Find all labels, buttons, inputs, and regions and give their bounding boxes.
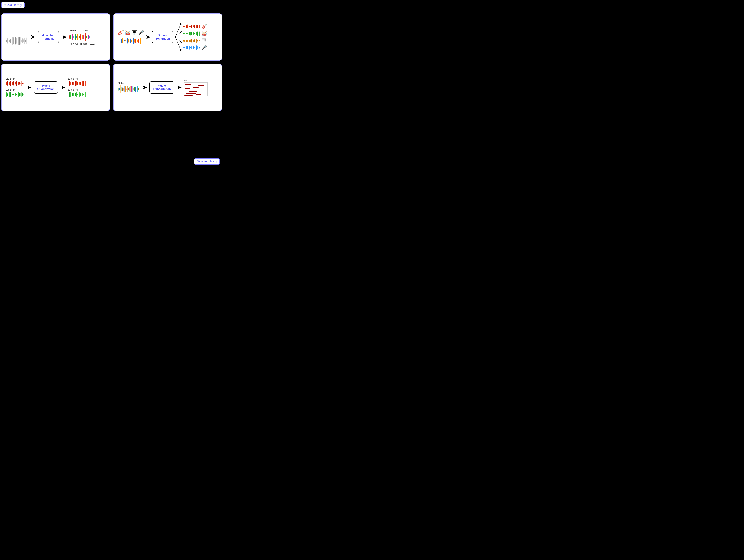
svg-rect-207 — [11, 93, 11, 96]
svg-rect-187 — [14, 81, 14, 85]
mir-input-waveform: /* generated below */ — [5, 28, 27, 46]
svg-rect-198 — [22, 83, 23, 84]
svg-rect-222 — [22, 93, 23, 96]
svg-rect-61 — [124, 38, 124, 43]
svg-rect-172 — [197, 46, 197, 49]
svg-rect-260 — [77, 94, 77, 96]
svg-rect-225 — [69, 81, 69, 86]
ss-box: SourceSeparation — [152, 31, 174, 43]
svg-rect-62 — [124, 40, 125, 41]
svg-rect-209 — [12, 94, 13, 96]
svg-rect-27 — [26, 37, 27, 44]
svg-rect-53 — [88, 36, 89, 39]
svg-rect-104 — [195, 26, 196, 28]
svg-rect-78 — [137, 39, 137, 42]
svg-rect-199 — [23, 83, 24, 84]
svg-rect-143 — [192, 40, 192, 42]
svg-rect-159 — [187, 46, 188, 49]
mq-bpm2-label: 125 BPM — [5, 88, 24, 91]
svg-rect-245 — [84, 82, 84, 84]
svg-rect-287 — [129, 87, 129, 91]
svg-rect-42 — [80, 34, 80, 40]
svg-rect-158 — [186, 46, 187, 49]
svg-rect-148 — [195, 39, 196, 42]
svg-rect-253 — [72, 92, 72, 97]
svg-rect-134 — [185, 40, 185, 42]
svg-rect-239 — [79, 82, 80, 84]
svg-rect-216 — [17, 92, 18, 97]
svg-rect-271 — [85, 92, 86, 97]
svg-rect-156 — [185, 46, 185, 50]
svg-rect-206 — [10, 91, 10, 97]
svg-rect-75 — [134, 39, 135, 42]
svg-rect-124 — [194, 33, 194, 34]
svg-rect-28 — [69, 36, 70, 38]
svg-rect-164 — [191, 46, 191, 49]
svg-rect-91 — [186, 26, 186, 27]
svg-rect-290 — [131, 86, 132, 92]
svg-rect-161 — [189, 46, 189, 50]
svg-rect-205 — [9, 92, 10, 97]
svg-rect-56 — [120, 39, 120, 42]
svg-rect-147 — [195, 39, 195, 43]
arrow-mt-1: ➤ — [142, 84, 147, 91]
svg-rect-185 — [12, 82, 13, 85]
svg-rect-47 — [84, 33, 84, 41]
svg-rect-20 — [21, 38, 21, 43]
svg-rect-268 — [83, 94, 83, 95]
svg-rect-90 — [185, 26, 185, 28]
svg-line-85 — [175, 32, 181, 37]
svg-rect-266 — [81, 94, 82, 96]
svg-rect-154 — [183, 47, 184, 48]
svg-rect-299 — [138, 88, 139, 90]
mq-input-1: 112 BPM — [5, 77, 24, 86]
svg-rect-217 — [18, 92, 19, 97]
svg-rect-183 — [11, 82, 11, 85]
svg-rect-251 — [70, 91, 71, 98]
svg-rect-192 — [17, 81, 18, 85]
svg-rect-220 — [21, 94, 21, 96]
svg-rect-213 — [15, 93, 16, 96]
svg-rect-4 — [8, 39, 9, 43]
svg-rect-63 — [125, 40, 126, 41]
svg-rect-72 — [132, 40, 133, 42]
svg-rect-204 — [8, 93, 9, 96]
svg-rect-32 — [72, 34, 73, 40]
svg-rect-246 — [84, 81, 85, 85]
svg-rect-201 — [6, 92, 7, 97]
svg-rect-23 — [23, 39, 24, 42]
svg-rect-9 — [12, 37, 13, 45]
mq-inputs: 112 BPM 125 BPM — [5, 77, 24, 98]
svg-rect-99 — [192, 26, 192, 27]
ss-branch-arrows — [175, 20, 180, 54]
svg-rect-106 — [197, 25, 197, 28]
svg-rect-34 — [74, 35, 74, 40]
svg-rect-270 — [84, 92, 85, 96]
svg-rect-168 — [194, 47, 194, 48]
arrow-mq-2: ➤ — [61, 84, 65, 91]
svg-rect-142 — [191, 39, 191, 42]
panel-ss: 🎸 🥁 🎹 🎤 ➤ SourceSeparation — [113, 13, 222, 61]
svg-rect-211 — [14, 94, 14, 96]
svg-rect-236 — [77, 82, 77, 85]
svg-rect-259 — [76, 92, 77, 97]
svg-rect-80 — [138, 39, 139, 42]
svg-rect-1 — [6, 40, 7, 42]
ss-content: 🎸 🥁 🎹 🎤 ➤ SourceSeparation — [118, 20, 218, 54]
svg-rect-163 — [190, 47, 191, 48]
svg-rect-24 — [24, 37, 24, 45]
svg-rect-278 — [122, 87, 123, 91]
svg-rect-275 — [120, 85, 120, 93]
svg-rect-189 — [15, 82, 16, 85]
ss-output-vocal: 🎤 — [183, 45, 207, 50]
mt-output-section: MIDI — [184, 79, 208, 96]
svg-rect-214 — [16, 94, 16, 96]
keyboard-out-icon: 🎹 — [201, 38, 207, 43]
svg-rect-31 — [72, 35, 72, 39]
svg-rect-89 — [184, 26, 185, 27]
svg-rect-55 — [90, 34, 90, 40]
svg-rect-241 — [81, 83, 81, 84]
svg-rect-77 — [136, 38, 136, 42]
svg-rect-256 — [74, 93, 74, 96]
svg-rect-212 — [14, 91, 15, 98]
